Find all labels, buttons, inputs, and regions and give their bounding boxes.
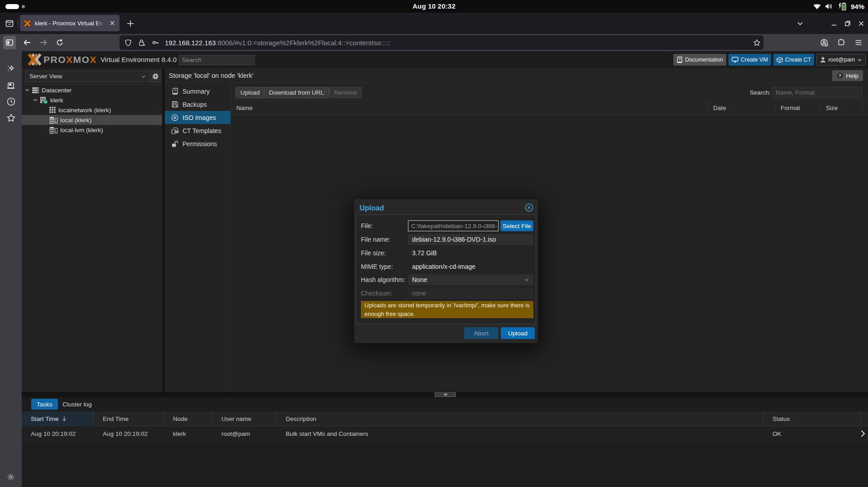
menu-item-label: Backups xyxy=(182,101,207,108)
tree-header: Server View xyxy=(22,68,162,85)
datacenter-server-icon xyxy=(32,87,39,94)
tab-divider xyxy=(18,19,18,28)
column-header-end-time[interactable]: End Time xyxy=(94,411,164,426)
help-button[interactable]: ? Help xyxy=(832,70,863,81)
tab-title: klerk - Proxmox Virtual En xyxy=(35,20,108,27)
system-clock[interactable]: Aug 10 20:32 xyxy=(0,0,868,13)
url-text[interactable]: 192.168.122.163:8006/#v1:0:=storage%2Fkl… xyxy=(165,39,750,47)
column-header-size[interactable]: Size xyxy=(820,100,863,116)
file-label: File: xyxy=(361,222,373,229)
column-header-user[interactable]: User name xyxy=(212,411,277,426)
horizontal-splitter[interactable] xyxy=(22,392,868,397)
menu-hamburger-icon[interactable] xyxy=(852,36,865,49)
tracking-shield-icon[interactable] xyxy=(121,36,135,49)
volume-icon xyxy=(825,3,833,10)
back-button[interactable] xyxy=(21,36,34,49)
abort-button[interactable]: Abort xyxy=(464,327,498,339)
column-header-status[interactable]: Status xyxy=(763,411,861,426)
sidebar-toggle-button[interactable] xyxy=(3,36,16,49)
hash-algorithm-select[interactable]: None xyxy=(408,274,533,285)
checksum-field[interactable]: none xyxy=(408,288,533,299)
browser-tab[interactable]: klerk - Proxmox Virtual En xyxy=(20,15,120,31)
remove-button[interactable]: Remove xyxy=(329,87,362,98)
menu-item-backups[interactable]: Backups xyxy=(165,98,230,111)
lock-warning-icon[interactable] xyxy=(135,36,149,49)
bookmark-star-icon[interactable] xyxy=(750,36,763,49)
file-name-field[interactable]: debian-12.9.0-i386-DVD-1.iso xyxy=(408,234,533,245)
menu-item-summary[interactable]: Summary xyxy=(165,85,230,98)
extensions-puzzle-icon[interactable] xyxy=(834,36,848,49)
tree-item-datacenter[interactable]: Datacenter xyxy=(22,85,162,95)
synced-tabs-icon[interactable] xyxy=(5,80,17,91)
column-header-format[interactable]: Format xyxy=(775,100,820,116)
svg-text:?: ? xyxy=(839,73,841,78)
upload-warning-message: Uploads are stored temporarily in '/var/… xyxy=(361,301,533,318)
url-bar[interactable]: 192.168.122.163:8006/#v1:0:=storage%2Fkl… xyxy=(120,35,763,50)
forward-button[interactable] xyxy=(37,36,50,49)
upload-button[interactable]: Upload xyxy=(235,87,265,98)
tree-settings-gear-button[interactable] xyxy=(149,70,161,82)
tree-item-local-selected[interactable]: local (klerk) xyxy=(22,115,162,125)
iso-content-panel: Upload Download from URL Remove Search: … xyxy=(231,83,868,392)
menu-item-label: CT Templates xyxy=(182,127,221,134)
column-header-name[interactable]: Name xyxy=(231,100,708,116)
system-top-bar: Aug 10 20:32 94% xyxy=(0,0,868,13)
tree-item-label: local-lvm (klerk) xyxy=(60,127,103,134)
menu-item-ct-templates[interactable]: CT Templates xyxy=(165,124,230,137)
system-status-area[interactable]: 94% xyxy=(813,0,864,13)
url-host: 192.168.122.163 xyxy=(165,39,216,47)
create-vm-button[interactable]: Create VM xyxy=(729,54,771,66)
task-row-expand-chevron[interactable] xyxy=(860,430,865,438)
tree-item-label: local (klerk) xyxy=(60,117,91,124)
window-close-button[interactable] xyxy=(854,17,868,30)
menu-item-label: Summary xyxy=(182,88,210,95)
column-header-start-time[interactable]: Start Time xyxy=(22,411,94,426)
user-menu-button[interactable]: root@pam xyxy=(816,54,866,66)
tree-item-local-lvm[interactable]: local-lvm (klerk) xyxy=(22,125,162,135)
bookmarks-star-icon[interactable] xyxy=(5,112,17,124)
iso-search-input[interactable] xyxy=(772,87,863,98)
global-search-input[interactable] xyxy=(179,55,255,65)
column-header-date[interactable]: Date xyxy=(708,100,775,116)
window-minimize-button[interactable] xyxy=(827,17,841,30)
help-icon: ? xyxy=(837,72,843,79)
window-restore-button[interactable] xyxy=(841,17,854,30)
tree-item-node-klerk[interactable]: klerk xyxy=(22,95,162,105)
ai-chatbot-icon[interactable] xyxy=(5,63,17,75)
task-row[interactable]: Aug 10 20:19:02 Aug 10 20:19:02 klerk ro… xyxy=(22,426,868,441)
column-header-description[interactable]: Description xyxy=(277,411,763,426)
dialog-upload-button[interactable]: Upload xyxy=(501,327,535,339)
iso-search-label: Search: xyxy=(749,89,771,96)
cube-icon xyxy=(777,57,783,63)
reload-button[interactable] xyxy=(53,36,66,49)
storage-icon xyxy=(49,126,58,134)
tab-close-icon[interactable] xyxy=(109,19,116,27)
list-all-tabs-button[interactable] xyxy=(793,17,807,30)
tab-cluster-log[interactable]: Cluster log xyxy=(57,399,97,410)
tab-tasks[interactable]: Tasks xyxy=(31,399,58,410)
dialog-close-icon[interactable] xyxy=(525,203,533,212)
view-mode-select[interactable]: Server View xyxy=(25,71,150,82)
download-from-url-button[interactable]: Download from URL xyxy=(264,87,329,98)
new-tab-button[interactable] xyxy=(125,18,136,29)
menu-item-permissions[interactable]: Permissions xyxy=(165,137,230,150)
task-user: root@pam xyxy=(212,426,277,441)
firefox-view-button[interactable] xyxy=(4,18,15,29)
create-ct-button[interactable]: Create CT xyxy=(773,54,815,66)
history-clock-icon[interactable] xyxy=(5,95,17,107)
account-icon[interactable] xyxy=(817,36,831,49)
column-header-node[interactable]: Node xyxy=(164,411,212,426)
passkey-icon[interactable] xyxy=(149,36,162,49)
tree-item-localnetwork[interactable]: localnetwork (klerk) xyxy=(22,105,162,115)
select-file-button[interactable]: Select File xyxy=(500,220,533,231)
menu-item-iso-images[interactable]: ISO Images xyxy=(165,111,230,124)
mime-type-value: application/x-cd-image xyxy=(408,261,533,272)
chevron-down-icon xyxy=(141,74,146,79)
file-input[interactable]: C:\fakepath\debian-12.9.0-i386- xyxy=(408,220,499,231)
tree-item-label: Datacenter xyxy=(42,87,72,94)
resource-tree-panel: Server View Datacenter xyxy=(22,68,162,392)
network-grid-icon xyxy=(49,106,56,114)
settings-gear-icon[interactable] xyxy=(5,471,17,483)
splitter-collapse-handle[interactable] xyxy=(435,392,456,397)
documentation-button[interactable]: Documentation xyxy=(673,54,726,66)
